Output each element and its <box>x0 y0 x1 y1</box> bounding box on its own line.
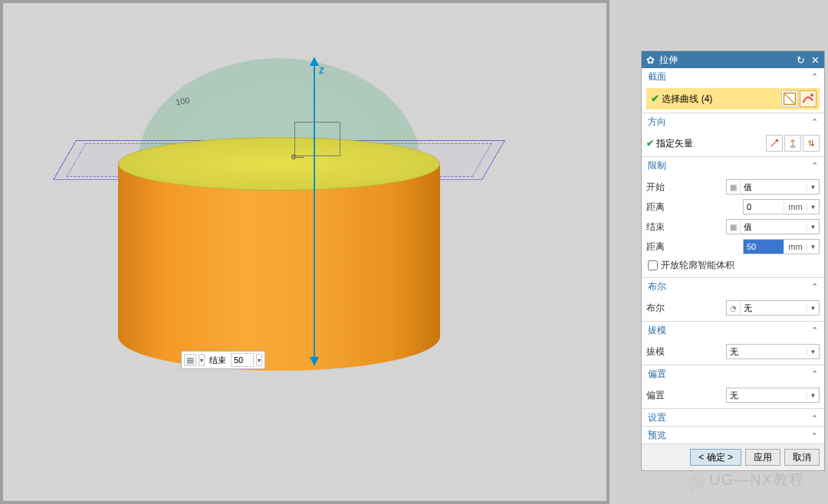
section-limits: 限制 ⌃ 开始 ▦ 值 ▼ 距离 mm ▼ 结束 <box>642 157 824 278</box>
ok-button[interactable]: < 确定 > <box>690 449 741 466</box>
watermark: UG—NX教程 <box>688 470 805 490</box>
section-header[interactable]: 方向 ⌃ <box>642 113 824 130</box>
chevron-up-icon: ⌃ <box>811 369 818 379</box>
select-curve-row[interactable]: ✔ 选择曲线 (4) <box>646 88 820 110</box>
inferred-vector-button[interactable] <box>784 135 801 152</box>
cube-icon: ▦ <box>727 180 741 194</box>
check-icon: ✔ <box>651 93 659 104</box>
start-label: 开始 <box>646 181 665 194</box>
end-distance-input: mm ▼ <box>743 239 820 254</box>
section-crosssection: 截面 ⌃ ✔ 选择曲线 (4) <box>642 68 824 113</box>
section-preview: 预览 ⌄ <box>642 427 824 444</box>
cancel-button[interactable]: 取消 <box>784 449 820 466</box>
dialog-titlebar[interactable]: ✿ 拉伸 ↻ ✕ <box>642 51 824 68</box>
curve-rule-button[interactable] <box>800 90 816 107</box>
close-icon[interactable]: ✕ <box>811 54 820 66</box>
dialog-footer: < 确定 > 应用 取消 <box>642 444 824 470</box>
float-end-label: 结束 <box>207 355 228 366</box>
extrude-body[interactable] <box>118 141 440 386</box>
dropdown-arrow-icon[interactable]: ▾ <box>199 354 205 366</box>
origin-marker <box>294 122 340 156</box>
start-type-dropdown[interactable]: ▦ 值 ▼ <box>726 179 820 195</box>
chevron-up-icon: ⌃ <box>811 282 818 292</box>
chevron-down-icon: ⌄ <box>811 430 818 440</box>
boolean-dropdown[interactable]: ◔ 无 ▼ <box>726 300 820 316</box>
end-label: 结束 <box>646 221 665 234</box>
end-distance-label: 距离 <box>646 241 665 254</box>
chevron-up-icon: ⌃ <box>811 326 818 335</box>
offset-dropdown[interactable]: 无 ▼ <box>726 388 820 403</box>
draft-dropdown[interactable]: 无 ▼ <box>726 344 820 359</box>
reset-icon[interactable]: ↻ <box>797 54 805 66</box>
viewport-3d[interactable]: Z 100 ⊕— ▦ ▾ 结束 ▾ <box>0 0 610 504</box>
chevron-up-icon: ⌃ <box>811 117 818 127</box>
end-type-dropdown[interactable]: ▦ 值 ▼ <box>726 219 820 234</box>
dialog-title: 拉伸 <box>659 54 678 67</box>
cylinder-top-face <box>118 137 440 191</box>
gear-icon: ✿ <box>646 54 655 66</box>
section-header[interactable]: 截面 ⌃ <box>642 68 824 85</box>
float-value-input[interactable] <box>231 353 254 367</box>
chevron-down-icon: ▼ <box>807 224 819 231</box>
section-header[interactable]: 设置 ⌄ <box>642 409 824 426</box>
vector-dialog-button[interactable] <box>766 135 783 152</box>
z-axis-label: Z <box>319 66 324 75</box>
chevron-down-icon: ▼ <box>807 184 819 191</box>
wechat-icon <box>688 472 705 489</box>
extrude-direction-line[interactable] <box>314 63 315 362</box>
dropdown-arrow-icon[interactable]: ▾ <box>256 354 262 366</box>
start-distance-label: 距离 <box>646 201 665 214</box>
section-draft: 拔模 ⌃ 拔模 无 ▼ <box>642 322 824 365</box>
cylinder-side <box>118 164 440 371</box>
reverse-direction-button[interactable] <box>803 135 820 152</box>
arrow-up-icon <box>310 57 319 66</box>
section-settings: 设置 ⌄ <box>642 409 824 427</box>
section-boolean: 布尔 ⌃ 布尔 ◔ 无 ▼ <box>642 278 824 322</box>
check-icon: ✔ <box>646 138 654 149</box>
chevron-up-icon: ⌃ <box>811 161 818 171</box>
chevron-down-icon: ⌄ <box>811 413 818 423</box>
extrude-dialog: ✿ 拉伸 ↻ ✕ 截面 ⌃ ✔ 选择曲线 (4) 方向 ⌃ <box>641 51 825 471</box>
chevron-down-icon: ▼ <box>807 349 819 355</box>
svg-point-1 <box>810 93 813 97</box>
open-profile-checkbox[interactable] <box>648 260 658 270</box>
section-header[interactable]: 限制 ⌃ <box>642 157 824 174</box>
chevron-down-icon: ▼ <box>807 392 819 399</box>
section-header[interactable]: 偏置 ⌃ <box>642 365 824 382</box>
onscreen-value-input[interactable]: ▦ ▾ 结束 ▾ <box>181 351 265 369</box>
none-icon: ◔ <box>727 301 741 315</box>
section-header[interactable]: 拔模 ⌃ <box>642 322 824 339</box>
chevron-down-icon: ▼ <box>807 305 819 312</box>
chevron-down-icon[interactable]: ▼ <box>807 204 819 211</box>
start-distance-input: mm ▼ <box>743 199 820 214</box>
wcs-triad[interactable]: ⊕— <box>291 152 304 161</box>
section-header[interactable]: 预览 ⌄ <box>642 427 824 443</box>
section-direction: 方向 ⌃ ✔ 指定矢量 <box>642 113 824 157</box>
sketch-section-button[interactable] <box>781 90 798 107</box>
cube-icon: ▦ <box>727 220 741 234</box>
apply-button[interactable]: 应用 <box>745 449 780 466</box>
chevron-down-icon[interactable]: ▼ <box>807 244 819 250</box>
arrow-down-icon[interactable] <box>310 357 319 366</box>
section-header[interactable]: 布尔 ⌃ <box>642 278 824 295</box>
cube-icon[interactable]: ▦ <box>184 354 196 366</box>
chevron-up-icon: ⌃ <box>811 72 818 82</box>
section-offset: 偏置 ⌃ 偏置 无 ▼ <box>642 365 824 409</box>
